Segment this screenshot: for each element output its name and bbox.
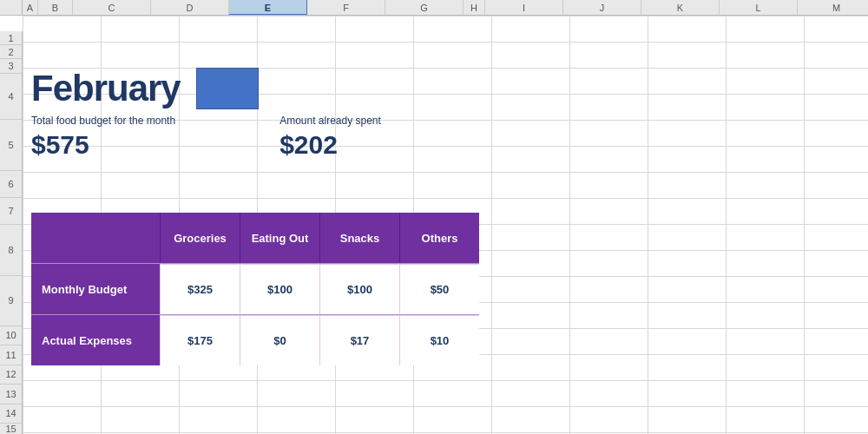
col-header-c: C [73, 0, 151, 15]
cell-budget-groceries[interactable]: $325 [160, 264, 240, 314]
cell-actual-snacks[interactable]: $17 [319, 315, 399, 365]
col-header-h: H [464, 0, 485, 15]
amount-spent-label: Amount already spent [279, 115, 381, 127]
food-budget-label: Total food budget for the month [31, 115, 175, 127]
row-num-13: 13 [0, 385, 22, 404]
row-num-1: 1 [0, 31, 22, 45]
row-num-8: 8 [0, 225, 22, 275]
amount-spent-value: $202 [279, 130, 381, 160]
column-headers: A B C D E F G H I J K L M N O [0, 0, 868, 16]
col-headers-rest: I J K L M N O [485, 0, 868, 15]
blue-accent-box [196, 68, 259, 109]
col-header-groceries: Groceries [160, 213, 240, 263]
col-header-a: A [23, 0, 38, 15]
col-header-eating-out: Eating Out [240, 213, 319, 263]
budget-summary-row: Total food budget for the month $575 Amo… [31, 115, 381, 171]
sheet-body: 1 2 3 4 5 6 7 8 9 10 11 12 13 14 15 Febr… [0, 16, 868, 434]
row-num-11: 11 [0, 345, 22, 365]
row-numbers: 1 2 3 4 5 6 7 8 9 10 11 12 13 14 15 [0, 31, 23, 434]
row-num-2: 2 [0, 45, 22, 59]
table-row-monthly-budget: Monthly Budget $325 $100 $100 $50 [31, 263, 479, 314]
col-header-g: G [385, 0, 464, 15]
table-header-empty [31, 213, 160, 263]
row-num-7: 7 [0, 198, 22, 225]
row-num-9: 9 [0, 276, 22, 326]
row-num-4: 4 [0, 74, 22, 121]
food-budget-amount: $575 [31, 130, 175, 160]
col-header-d: D [151, 0, 229, 15]
cell-budget-snacks[interactable]: $100 [319, 264, 399, 314]
title-row: February [31, 62, 259, 115]
row-label-monthly-budget: Monthly Budget [31, 264, 160, 314]
row-num-15: 15 [0, 424, 22, 434]
row-num-5: 5 [0, 120, 22, 170]
cell-actual-groceries[interactable]: $175 [160, 315, 240, 365]
table-header: Groceries Eating Out Snacks Others [31, 213, 479, 263]
row-num-14: 14 [0, 404, 22, 424]
cell-actual-others[interactable]: $10 [399, 315, 479, 365]
food-budget-block: Total food budget for the month $575 [31, 115, 175, 160]
row-num-3: 3 [0, 59, 22, 73]
col-header-e[interactable]: E [229, 0, 307, 15]
col-header-snacks: Snacks [319, 213, 399, 263]
month-title: February [31, 68, 181, 109]
cell-budget-eating-out[interactable]: $100 [240, 264, 319, 314]
amount-spent-block: Amount already spent $202 [279, 115, 381, 160]
content-area: February Total food budget for the month… [23, 16, 868, 434]
row-label-actual-expenses: Actual Expenses [31, 315, 160, 365]
row-num-10: 10 [0, 326, 22, 345]
cell-actual-eating-out[interactable]: $0 [240, 315, 319, 365]
col-header-others: Others [399, 213, 479, 263]
row-num-12: 12 [0, 365, 22, 385]
row-num-6: 6 [0, 171, 22, 198]
corner-cell [0, 0, 23, 15]
col-header-b: B [38, 0, 73, 15]
cell-budget-others[interactable]: $50 [399, 264, 479, 314]
budget-table: Groceries Eating Out Snacks Others M [31, 213, 479, 365]
col-header-f: F [307, 0, 385, 15]
spreadsheet: A B C D E F G H I J K L M N O 1 2 3 [0, 0, 868, 434]
table-row-actual-expenses: Actual Expenses $175 $0 $17 $10 [31, 314, 479, 365]
